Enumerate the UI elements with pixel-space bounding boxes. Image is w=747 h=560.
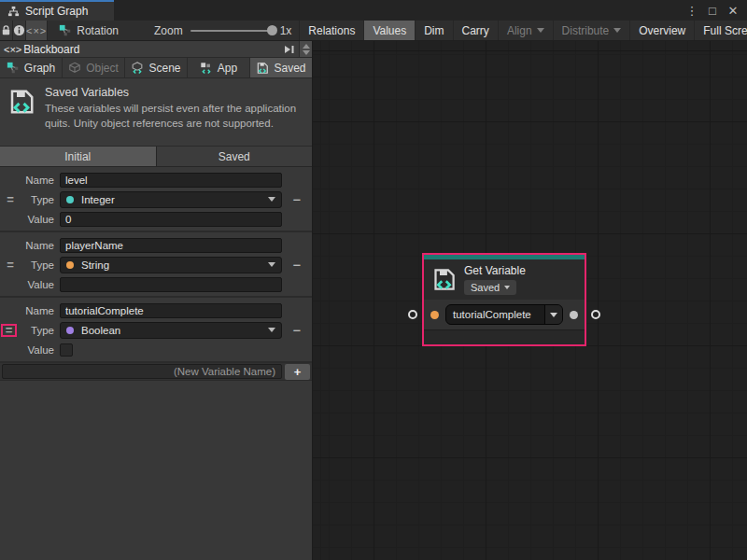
variable-row-playername: Name = Type String − Value bbox=[0, 232, 312, 298]
scroll-up-icon[interactable] bbox=[303, 44, 310, 49]
variable-value-input[interactable] bbox=[60, 277, 282, 292]
info-icon bbox=[13, 24, 25, 36]
scene-icon bbox=[131, 62, 144, 75]
dock-icon bbox=[284, 45, 295, 54]
scroll-down-icon[interactable] bbox=[303, 50, 310, 55]
integer-type-dot-icon bbox=[66, 196, 74, 203]
type-label: Type bbox=[21, 194, 54, 205]
rotation-gizmo-icon bbox=[59, 24, 72, 37]
chevron-down-icon bbox=[537, 28, 544, 33]
type-label: Type bbox=[21, 259, 54, 271]
info-title: Saved Variables bbox=[45, 86, 314, 99]
graph-hierarchy-icon bbox=[7, 6, 20, 18]
chevron-down-icon bbox=[268, 328, 275, 332]
window-tab-title: Script Graph bbox=[25, 5, 88, 18]
tab-app[interactable]: App bbox=[188, 58, 250, 77]
lock-icon bbox=[0, 24, 12, 36]
string-input-port[interactable] bbox=[430, 311, 439, 319]
zoom-slider[interactable] bbox=[190, 30, 273, 32]
align-dropdown[interactable]: Align bbox=[498, 21, 553, 40]
remove-variable-button[interactable]: − bbox=[293, 326, 302, 335]
blackboard-panel: <×> Blackboard Graph Object bbox=[0, 41, 313, 560]
string-type-dot-icon bbox=[66, 261, 74, 269]
subtab-initial[interactable]: Initial bbox=[0, 147, 157, 166]
maximize-icon[interactable]: □ bbox=[704, 2, 721, 19]
panel-scroll-spinner[interactable] bbox=[299, 41, 312, 57]
floppy-disk-icon bbox=[431, 267, 457, 292]
variable-value-input[interactable] bbox=[60, 212, 282, 227]
chevron-down-icon bbox=[504, 286, 510, 289]
fullscreen-button[interactable]: Full Screen bbox=[694, 21, 747, 40]
new-variable-row: + bbox=[0, 363, 312, 381]
value-label: Value bbox=[21, 344, 54, 356]
code-brackets-icon: <×> bbox=[4, 44, 21, 55]
floppy-disk-icon bbox=[256, 62, 269, 75]
variable-name-input[interactable] bbox=[60, 173, 282, 188]
node-right-port[interactable] bbox=[591, 310, 600, 319]
add-variable-button[interactable]: + bbox=[285, 364, 310, 380]
graph-toolbar: <×> Rotation Zoom 1x Relations Values Di… bbox=[0, 21, 747, 41]
type-label: Type bbox=[21, 325, 54, 336]
variable-type-select[interactable]: Integer bbox=[60, 191, 282, 208]
new-variable-input[interactable] bbox=[2, 364, 282, 379]
tab-graph[interactable]: Graph bbox=[0, 58, 63, 77]
tab-script-graph[interactable]: Script Graph bbox=[0, 0, 114, 21]
rotation-control: Rotation bbox=[48, 21, 130, 40]
carry-button[interactable]: Carry bbox=[453, 21, 498, 40]
chevron-down-icon bbox=[268, 197, 275, 202]
saved-variables-info: Saved Variables These variables will per… bbox=[0, 78, 312, 147]
subtab-saved[interactable]: Saved bbox=[157, 147, 313, 166]
value-label: Value bbox=[21, 214, 54, 225]
value-label: Value bbox=[21, 279, 54, 290]
variable-scope-tabs: Graph Object Scene App Saved bbox=[0, 58, 312, 78]
zoom-label: Zoom bbox=[154, 24, 183, 37]
remove-variable-button[interactable]: − bbox=[293, 195, 302, 204]
floppy-disk-icon bbox=[7, 88, 35, 116]
code-preview-toggle[interactable]: <×> bbox=[26, 21, 48, 40]
lock-button[interactable] bbox=[0, 21, 13, 40]
tab-scene[interactable]: Scene bbox=[125, 58, 188, 77]
dock-panel-button[interactable] bbox=[280, 41, 299, 57]
overview-button[interactable]: Overview bbox=[629, 21, 694, 40]
info-button[interactable] bbox=[13, 21, 26, 40]
dim-button[interactable]: Dim bbox=[415, 21, 452, 40]
title-bar: Script Graph ⋮ □ ✕ bbox=[0, 0, 747, 21]
variable-scope-dropdown[interactable]: Saved bbox=[464, 280, 516, 295]
graph-icon bbox=[7, 62, 20, 75]
remove-variable-button[interactable]: − bbox=[293, 260, 302, 270]
variable-type-select[interactable]: String bbox=[60, 257, 282, 273]
drag-handle-icon[interactable]: = bbox=[7, 195, 14, 204]
variable-type-select[interactable]: Boolean bbox=[60, 322, 282, 339]
node-title: Get Variable bbox=[464, 264, 526, 277]
variable-row-level: Name = Type Integer − Value bbox=[0, 167, 312, 232]
zoom-value: 1x bbox=[280, 24, 292, 37]
tab-object[interactable]: Object bbox=[63, 58, 125, 77]
variable-name-field[interactable]: tutorialComplete bbox=[445, 304, 563, 325]
drag-handle-highlight: = bbox=[1, 324, 18, 337]
drag-handle-icon[interactable]: = bbox=[6, 326, 13, 335]
boolean-type-dot-icon bbox=[66, 327, 74, 334]
distribute-dropdown[interactable]: Distribute bbox=[553, 21, 630, 40]
tab-saved[interactable]: Saved bbox=[250, 58, 312, 77]
node-left-port[interactable] bbox=[408, 310, 417, 319]
get-variable-node[interactable]: Get Variable Saved tutorialComplete bbox=[422, 253, 586, 346]
window-menu-icon[interactable]: ⋮ bbox=[684, 2, 700, 19]
blackboard-header: <×> Blackboard bbox=[0, 41, 312, 58]
close-icon[interactable]: ✕ bbox=[725, 2, 741, 19]
variable-picker-button[interactable] bbox=[544, 305, 562, 324]
variable-name-input[interactable] bbox=[60, 303, 282, 318]
graph-canvas[interactable]: Get Variable Saved tutorialComplete bbox=[313, 41, 747, 560]
value-output-port[interactable] bbox=[570, 311, 578, 319]
name-label: Name bbox=[21, 175, 54, 186]
zoom-slider-handle[interactable] bbox=[267, 25, 277, 35]
values-button[interactable]: Values bbox=[363, 21, 415, 40]
toolbar-buttons: Relations Values Dim Carry Align Distrib… bbox=[299, 21, 747, 40]
node-header[interactable]: Get Variable Saved bbox=[424, 259, 585, 300]
blackboard-title: Blackboard bbox=[23, 43, 79, 56]
relations-button[interactable]: Relations bbox=[299, 21, 363, 40]
drag-handle-icon[interactable]: = bbox=[7, 260, 14, 270]
boolean-value-checkbox[interactable] bbox=[60, 343, 73, 357]
variable-name-input[interactable] bbox=[60, 238, 282, 253]
rotation-label: Rotation bbox=[77, 24, 119, 37]
name-label: Name bbox=[21, 240, 54, 251]
